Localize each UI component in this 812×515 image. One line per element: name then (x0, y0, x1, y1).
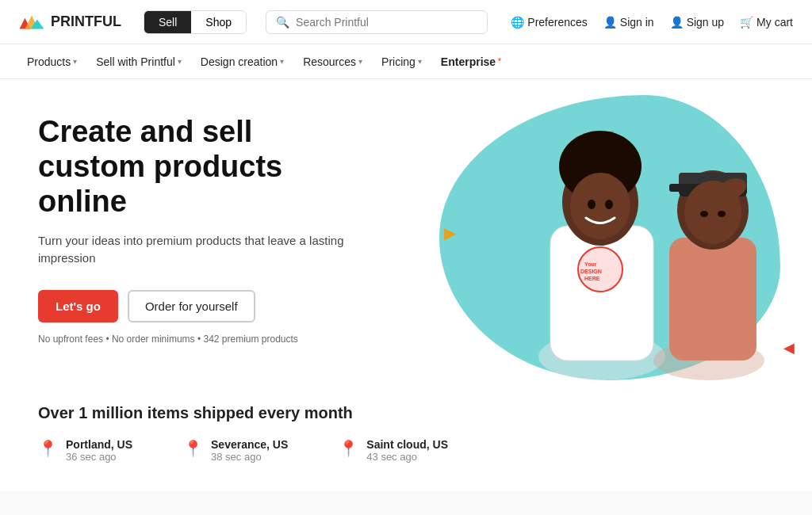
svg-rect-16 (669, 238, 756, 360)
pin-icon-2: 📍 (339, 439, 358, 458)
nav-enterprise-label: Enterprise (441, 55, 496, 68)
preferences-label: Preferences (527, 16, 587, 29)
nav-sell[interactable]: Sell with Printful ▾ (88, 49, 190, 74)
chevron-down-icon: ▾ (358, 57, 362, 66)
enterprise-superscript: * (498, 57, 501, 66)
chevron-down-icon: ▾ (418, 57, 422, 66)
search-icon: 🔍 (276, 16, 289, 29)
svg-text:Your: Your (584, 261, 597, 267)
svg-point-10 (605, 200, 613, 209)
sell-toggle-btn[interactable]: Sell (144, 11, 191, 33)
search-input[interactable] (296, 16, 477, 29)
pin-icon-1: 📍 (183, 439, 203, 458)
nav-resources-label: Resources (303, 55, 356, 68)
stats-section: Over 1 million items shipped every month… (0, 380, 812, 491)
hero-image-area: Your DESIGN HERE ◀ (400, 79, 812, 380)
person-icon: 👤 (603, 16, 617, 29)
globe-icon: 🌐 (511, 16, 524, 29)
stat-time-2: 43 sec ago (366, 451, 448, 463)
how-section: How you can fulfill your ideas with Prin… (0, 491, 812, 515)
sign-in-label: Sign in (620, 16, 654, 29)
lets-go-button[interactable]: Let's go (38, 290, 118, 322)
hero-note: No upfront fees • No order minimums • 34… (38, 334, 355, 345)
nav-products[interactable]: Products ▾ (19, 49, 85, 74)
search-bar: 🔍 (266, 10, 488, 34)
stat-location-1: 📍 Severance, US 38 sec ago (183, 438, 288, 463)
hero-section: Create and sell custom products online T… (0, 79, 812, 380)
stat-city-2: Saint cloud, US (366, 438, 448, 451)
hero-content: Create and sell custom products online T… (38, 115, 355, 344)
header-right: 🌐 Preferences 👤 Sign in 👤 Sign up 🛒 My c… (511, 16, 793, 29)
arrow-right-icon: ▶ (444, 223, 456, 242)
order-yourself-button[interactable]: Order for yourself (128, 290, 255, 322)
stat-city-1: Severance, US (211, 438, 288, 451)
svg-text:DESIGN: DESIGN (580, 269, 602, 274)
person-add-icon: 👤 (670, 16, 684, 29)
logo-icon (19, 13, 44, 32)
nav-products-label: Products (27, 55, 71, 68)
sign-up-link[interactable]: 👤 Sign up (670, 16, 724, 29)
preferences-link[interactable]: 🌐 Preferences (511, 16, 587, 29)
svg-point-8 (570, 173, 630, 239)
shop-toggle-btn[interactable]: Shop (191, 11, 246, 33)
stat-time-0: 36 sec ago (66, 451, 132, 463)
pin-icon-0: 📍 (38, 439, 58, 458)
svg-rect-5 (550, 226, 653, 360)
sell-shop-toggle: Sell Shop (144, 10, 247, 34)
logo-text: PRINTFUL (51, 13, 121, 30)
hero-title: Create and sell custom products online (38, 115, 355, 219)
nav-pricing[interactable]: Pricing ▾ (373, 49, 430, 74)
sign-up-label: Sign up (687, 16, 724, 29)
cart-icon: 🛒 (740, 16, 753, 29)
chevron-down-icon: ▾ (178, 57, 182, 66)
hero-subtitle: Turn your ideas into premium products th… (38, 232, 355, 268)
stat-location-0: 📍 Portland, US 36 sec ago (38, 438, 132, 463)
stats-locations: 📍 Portland, US 36 sec ago 📍 Severance, U… (38, 438, 774, 463)
svg-text:HERE: HERE (584, 276, 600, 281)
svg-point-23 (718, 211, 726, 217)
stat-city-0: Portland, US (66, 438, 132, 451)
stats-heading: Over 1 million items shipped every month (38, 404, 774, 422)
nav-enterprise[interactable]: Enterprise* (433, 49, 509, 74)
nav-pricing-label: Pricing (381, 55, 416, 68)
cart-link[interactable]: 🛒 My cart (740, 16, 793, 29)
stat-location-2: 📍 Saint cloud, US 43 sec ago (339, 438, 448, 463)
hero-buttons: Let's go Order for yourself (38, 290, 355, 322)
cart-label: My cart (756, 16, 793, 29)
nav-design[interactable]: Design creation ▾ (193, 49, 292, 74)
main-nav: Products ▾ Sell with Printful ▾ Design c… (0, 44, 812, 79)
arrow-left-icon: ◀ (783, 339, 795, 357)
chevron-down-icon: ▾ (73, 57, 77, 66)
logo[interactable]: PRINTFUL (19, 13, 121, 32)
sign-in-link[interactable]: 👤 Sign in (603, 16, 654, 29)
chevron-down-icon: ▾ (280, 57, 284, 66)
nav-resources[interactable]: Resources ▾ (295, 49, 370, 74)
nav-sell-label: Sell with Printful (96, 55, 175, 68)
svg-point-9 (588, 200, 596, 209)
nav-design-label: Design creation (201, 55, 278, 68)
hero-illustration: Your DESIGN HERE (455, 87, 796, 380)
svg-point-22 (700, 211, 708, 217)
stat-time-1: 38 sec ago (211, 451, 288, 463)
